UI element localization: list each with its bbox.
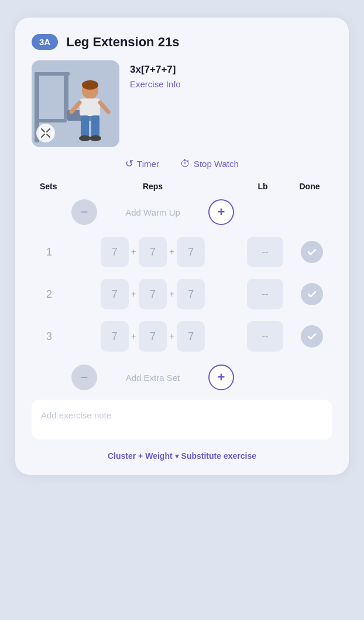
done-col-2 <box>291 283 332 305</box>
plus-sign-2-2: + <box>169 289 174 299</box>
svg-rect-12 <box>81 115 89 138</box>
exercise-card: 3A Leg Extension 21s <box>15 18 349 475</box>
rep-box-2-1[interactable]: 7 <box>101 279 129 309</box>
rep-box-3-3[interactable]: 7 <box>177 321 205 352</box>
svg-rect-13 <box>91 115 99 138</box>
svg-rect-4 <box>37 119 67 122</box>
exercise-meta: 3x[7+7+7] Exercise Info <box>130 60 181 89</box>
set-row-3: 3 7 + 7 + 7 -- <box>32 319 332 354</box>
timer-button[interactable]: ↺ Timer <box>125 158 159 170</box>
set-num-3: 3 <box>32 331 67 343</box>
table-headers: Sets Reps Lb Done <box>32 182 332 191</box>
stopwatch-button[interactable]: ⏱ Stop Watch <box>180 158 239 170</box>
extra-set-minus-button[interactable]: − <box>71 364 97 390</box>
rep-box-1-2[interactable]: 7 <box>139 237 167 267</box>
done-col-3 <box>291 325 332 348</box>
expand-icon[interactable] <box>36 124 55 142</box>
timer-label: Timer <box>137 159 159 169</box>
svg-point-8 <box>82 80 98 90</box>
stopwatch-label: Stop Watch <box>194 159 239 169</box>
stopwatch-icon: ⏱ <box>180 158 190 170</box>
chevron-down-icon: ▾ <box>175 451 179 461</box>
note-input[interactable] <box>32 400 332 440</box>
rep-box-2-2[interactable]: 7 <box>139 279 167 309</box>
svg-point-14 <box>79 135 91 141</box>
col-reps: Reps <box>69 182 236 191</box>
plus-sign-2-1: + <box>131 289 136 299</box>
svg-point-15 <box>90 135 101 141</box>
plus-sign-3-2: + <box>169 331 174 342</box>
done-check-3[interactable] <box>301 325 323 348</box>
rep-scheme: 3x[7+7+7] <box>130 64 181 76</box>
extra-set-label: Add Extra Set <box>97 373 208 383</box>
exercise-info-link[interactable]: Exercise Info <box>130 79 181 89</box>
rep-box-2-3[interactable]: 7 <box>177 279 205 309</box>
reps-group-2: 7 + 7 + 7 <box>67 279 239 309</box>
done-col-1 <box>291 241 332 263</box>
exercise-header: 3A Leg Extension 21s <box>32 34 332 50</box>
weight-box-2[interactable]: -- <box>247 279 283 309</box>
cluster-weight-link[interactable]: Cluster + Weight <box>108 451 173 461</box>
exercise-info-row: 3x[7+7+7] Exercise Info <box>32 60 332 147</box>
reps-group-1: 7 + 7 + 7 <box>67 237 239 267</box>
plus-sign-3-1: + <box>131 331 136 342</box>
done-check-1[interactable] <box>301 241 323 263</box>
col-done: Done <box>289 182 330 191</box>
footer-links: Cluster + Weight ▾ Substitute exercise <box>32 451 332 461</box>
plus-sign-1-2: + <box>169 247 174 257</box>
plus-sign-1-1: + <box>131 247 136 257</box>
svg-rect-9 <box>80 98 100 116</box>
rep-box-3-1[interactable]: 7 <box>101 321 129 352</box>
timer-row: ↺ Timer ⏱ Stop Watch <box>32 158 332 170</box>
extra-set-plus-button[interactable]: + <box>208 364 234 390</box>
rep-box-1-3[interactable]: 7 <box>177 237 205 267</box>
warm-up-plus-button[interactable]: + <box>208 199 234 225</box>
col-sets: Sets <box>34 182 69 191</box>
rep-box-1-1[interactable]: 7 <box>101 237 129 267</box>
timer-icon: ↺ <box>125 158 133 170</box>
set-num-2: 2 <box>32 288 67 301</box>
done-check-2[interactable] <box>301 283 323 305</box>
extra-set-row: − Add Extra Set + <box>32 361 332 394</box>
rep-box-3-2[interactable]: 7 <box>139 321 167 352</box>
substitute-exercise-link[interactable]: Substitute exercise <box>181 451 256 461</box>
warm-up-label: Add Warm Up <box>97 207 208 217</box>
weight-box-1[interactable]: -- <box>247 237 283 267</box>
exercise-title: Leg Extension 21s <box>66 35 179 50</box>
exercise-badge: 3A <box>32 34 58 50</box>
reps-group-3: 7 + 7 + 7 <box>67 321 239 352</box>
weight-box-3[interactable]: -- <box>247 321 283 352</box>
set-row-1: 1 7 + 7 + 7 -- <box>32 234 332 270</box>
exercise-image <box>32 60 119 147</box>
col-lb: Lb <box>236 182 289 191</box>
set-row-2: 2 7 + 7 + 7 -- <box>32 277 332 312</box>
set-num-1: 1 <box>32 246 67 258</box>
warm-up-row: − Add Warm Up + <box>32 196 332 229</box>
note-input-wrap <box>32 400 332 442</box>
warm-up-minus-button[interactable]: − <box>71 199 97 225</box>
